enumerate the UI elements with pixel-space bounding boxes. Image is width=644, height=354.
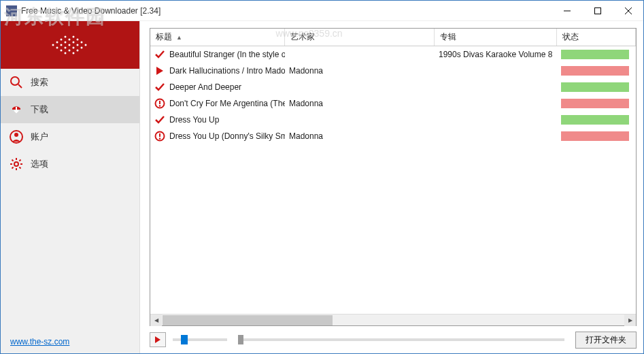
cell-title: Don't Cry For Me Argentina (The ... xyxy=(150,98,285,109)
progress-bar xyxy=(561,131,629,141)
cell-status xyxy=(557,66,636,76)
sidebar-item-account[interactable]: 账户 xyxy=(1,123,139,150)
scroll-left-arrow[interactable]: ◀ xyxy=(150,315,162,326)
cell-title: Dress You Up (Donny's Silky Sm... xyxy=(150,131,285,142)
sidebar-item-download[interactable]: 下载 xyxy=(1,96,139,123)
title-text: Dark Hallucinations / Intro Mado... xyxy=(169,66,285,76)
progress-bar xyxy=(561,50,629,59)
title-text: Dress You Up xyxy=(169,115,219,125)
sidebar-item-label: 搜索 xyxy=(31,76,48,88)
svg-point-17 xyxy=(73,36,75,38)
cell-status xyxy=(557,82,636,92)
download-icon xyxy=(9,102,24,117)
svg-point-43 xyxy=(159,105,160,106)
svg-point-26 xyxy=(85,44,87,46)
svg-point-19 xyxy=(73,47,75,49)
cell-title: Deeper And Deeper xyxy=(150,82,285,93)
column-header-title[interactable]: 标题 ▲ xyxy=(150,29,285,46)
svg-point-15 xyxy=(69,44,71,46)
table-row[interactable]: Beautiful Stranger (In the style of ...1… xyxy=(150,46,636,63)
check-icon xyxy=(154,82,165,93)
check-icon xyxy=(154,114,165,125)
cell-artist: Madonna xyxy=(285,99,435,108)
svg-point-13 xyxy=(65,52,67,54)
seek-thumb[interactable] xyxy=(238,335,243,344)
search-icon xyxy=(9,75,24,90)
downloads-table: 标题 ▲ 艺术家 专辑 状态 Beautiful Stranger (In th… xyxy=(150,28,637,326)
scroll-right-arrow[interactable]: ▶ xyxy=(624,315,636,326)
cell-title: Dark Hallucinations / Intro Mado... xyxy=(150,65,285,76)
scrollbar-thumb[interactable] xyxy=(163,315,333,325)
volume-slider[interactable] xyxy=(173,338,227,341)
sidebar-item-label: 账户 xyxy=(31,131,48,143)
svg-marker-47 xyxy=(155,336,160,343)
seek-slider[interactable] xyxy=(238,338,564,341)
window-title: Free Music & Video Downloader [2.34] xyxy=(21,6,552,16)
logo-area xyxy=(1,21,139,69)
volume-thumb[interactable] xyxy=(181,335,188,344)
progress-bar xyxy=(561,66,629,76)
error-icon xyxy=(154,131,165,142)
svg-point-8 xyxy=(61,44,63,46)
logo-icon xyxy=(46,30,94,60)
close-button[interactable] xyxy=(613,1,643,20)
svg-point-24 xyxy=(81,42,83,44)
title-text: Don't Cry For Me Argentina (The ... xyxy=(169,99,285,108)
svg-point-10 xyxy=(65,36,67,38)
svg-point-23 xyxy=(77,50,79,52)
table-row[interactable]: Deeper And Deeper xyxy=(150,79,636,95)
svg-point-27 xyxy=(11,77,19,85)
svg-line-39 xyxy=(19,160,20,161)
svg-point-12 xyxy=(65,47,67,49)
svg-point-21 xyxy=(77,39,79,41)
cell-status xyxy=(557,99,636,108)
open-folder-button[interactable]: 打开文件夹 xyxy=(575,332,637,349)
sidebar-item-label: 选项 xyxy=(31,158,48,170)
titlebar: Free Music & Video Downloader [2.34] xyxy=(1,1,643,21)
sidebar: 搜索 下载 账户 选项 www.the-sz. xyxy=(1,21,140,353)
svg-line-36 xyxy=(12,160,14,161)
table-row[interactable]: Dress You Up (Donny's Silky Sm...Madonna xyxy=(150,128,636,144)
svg-point-5 xyxy=(56,42,58,44)
sidebar-item-label: 下载 xyxy=(31,103,48,116)
svg-point-25 xyxy=(81,47,83,49)
progress-bar xyxy=(561,115,629,125)
table-row[interactable]: Don't Cry For Me Argentina (The ...Madon… xyxy=(150,95,636,112)
check-icon xyxy=(154,49,165,60)
column-header-status[interactable]: 状态 xyxy=(557,29,636,46)
maximize-button[interactable] xyxy=(582,1,613,20)
title-text: Dress You Up (Donny's Silky Sm... xyxy=(169,131,285,141)
progress-bar xyxy=(561,99,629,108)
website-link[interactable]: www.the-sz.com xyxy=(1,330,139,353)
svg-point-11 xyxy=(65,42,67,44)
sidebar-item-options[interactable]: 选项 xyxy=(1,150,139,178)
svg-rect-1 xyxy=(594,7,600,14)
column-header-album[interactable]: 专辑 xyxy=(435,29,557,46)
progress-bar xyxy=(561,82,629,92)
play-icon xyxy=(154,65,165,76)
cell-artist: Madonna xyxy=(285,131,435,141)
svg-point-9 xyxy=(61,50,63,52)
app-icon xyxy=(6,5,17,16)
error-icon xyxy=(154,98,165,109)
play-button[interactable] xyxy=(150,332,166,347)
table-row[interactable]: Dark Hallucinations / Intro Mado...Madon… xyxy=(150,63,636,79)
minimize-button[interactable] xyxy=(552,1,582,20)
svg-point-7 xyxy=(61,39,63,41)
cell-artist: Madonna xyxy=(285,66,435,76)
horizontal-scrollbar[interactable]: ◀ ▶ xyxy=(150,314,636,325)
cell-status xyxy=(557,115,636,125)
table-row[interactable]: Dress You Up xyxy=(150,112,636,128)
svg-point-6 xyxy=(56,47,58,49)
svg-point-20 xyxy=(73,52,75,54)
column-header-artist[interactable]: 艺术家 xyxy=(285,29,435,46)
title-text: Beautiful Stranger (In the style of ... xyxy=(169,50,285,59)
account-icon xyxy=(9,129,24,144)
player-bar: 打开文件夹 xyxy=(150,326,637,348)
svg-point-46 xyxy=(159,138,160,139)
cell-album: 1990s Divas Karaoke Volume 8 xyxy=(435,50,557,59)
svg-point-16 xyxy=(69,50,71,52)
svg-marker-40 xyxy=(156,67,163,75)
svg-point-4 xyxy=(52,44,54,46)
sidebar-item-search[interactable]: 搜索 xyxy=(1,69,139,96)
